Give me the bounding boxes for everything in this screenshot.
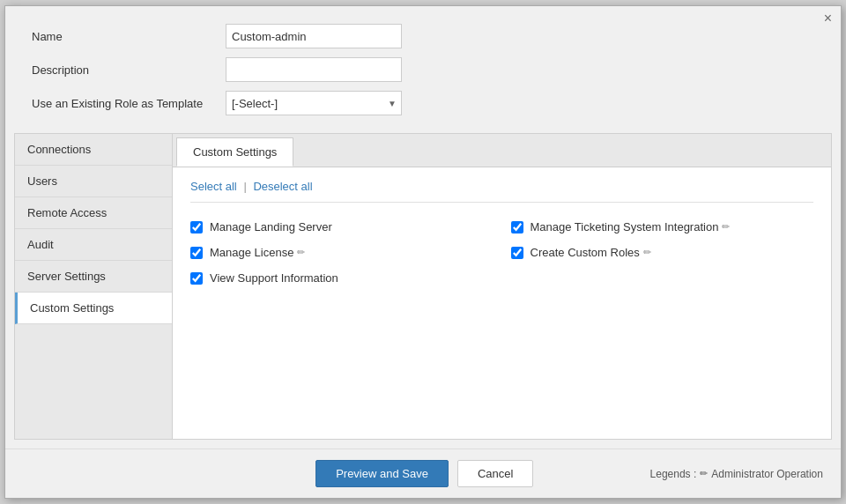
- checkbox-manage-license[interactable]: [190, 247, 203, 259]
- deselect-all-link[interactable]: Deselect all: [253, 180, 312, 193]
- template-select-wrapper: [-Select-] ▼: [226, 91, 402, 115]
- template-label: Use an Existing Role as Template: [32, 97, 226, 110]
- checkbox-create-custom-roles[interactable]: [511, 247, 523, 259]
- permission-label: View Support Information: [210, 271, 338, 285]
- permission-label: Manage Landing Server: [210, 220, 332, 233]
- tab-content: Select all | Deselect all Manage Landing…: [173, 167, 831, 439]
- permission-manage-license: Manage License ✏: [190, 246, 494, 259]
- form-section: Name Description Use an Existing Role as…: [5, 6, 841, 133]
- footer-buttons: Preview and Save Cancel: [315, 460, 533, 487]
- permission-label: Manage Ticketing System Integration: [531, 220, 719, 233]
- tab-bar: Custom Settings: [173, 134, 831, 167]
- tab-custom-settings[interactable]: Custom Settings: [176, 137, 293, 167]
- sidebar-item-server-settings[interactable]: Server Settings: [15, 261, 172, 293]
- sidebar-item-remote-access[interactable]: Remote Access: [15, 197, 172, 229]
- sidebar: Connections Users Remote Access Audit Se…: [14, 133, 173, 440]
- close-icon[interactable]: ×: [824, 11, 832, 26]
- select-all-link[interactable]: Select all: [190, 180, 237, 193]
- legends: Legends : ✏ Administrator Operation: [650, 468, 823, 480]
- template-select[interactable]: [-Select-]: [226, 91, 402, 115]
- permission-create-custom-roles: Create Custom Roles ✏: [511, 246, 814, 259]
- permission-label: Create Custom Roles: [531, 246, 640, 259]
- checkbox-manage-landing-server[interactable]: [190, 221, 203, 233]
- name-row: Name: [32, 24, 814, 48]
- name-input[interactable]: [226, 24, 402, 48]
- description-input[interactable]: [226, 57, 402, 82]
- admin-op-icon: ✏: [722, 221, 730, 233]
- permission-manage-landing-server: Manage Landing Server: [190, 220, 494, 233]
- permission-manage-ticketing: Manage Ticketing System Integration ✏: [511, 220, 814, 233]
- legends-label: Legends :: [650, 468, 697, 480]
- sidebar-item-custom-settings[interactable]: Custom Settings: [15, 293, 172, 324]
- sidebar-item-connections[interactable]: Connections: [15, 134, 172, 166]
- cancel-button[interactable]: Cancel: [457, 460, 533, 487]
- checkbox-manage-ticketing[interactable]: [511, 221, 523, 233]
- content-area: Custom Settings Select all | Deselect al…: [173, 133, 832, 440]
- separator: |: [243, 180, 249, 193]
- footer: Preview and Save Cancel Legends : ✏ Admi…: [5, 448, 841, 498]
- admin-op-legend-icon: ✏: [700, 468, 708, 479]
- permission-label: Manage License: [210, 246, 293, 259]
- description-label: Description: [32, 63, 226, 77]
- description-row: Description: [32, 57, 814, 82]
- permission-view-support-info: View Support Information: [190, 271, 494, 285]
- sidebar-item-audit[interactable]: Audit: [15, 229, 172, 261]
- template-row: Use an Existing Role as Template [-Selec…: [32, 91, 814, 115]
- admin-op-icon: ✏: [643, 247, 651, 258]
- sidebar-item-users[interactable]: Users: [15, 166, 172, 197]
- preview-save-button[interactable]: Preview and Save: [315, 460, 449, 487]
- main-content: Connections Users Remote Access Audit Se…: [5, 133, 841, 448]
- checkbox-view-support-info[interactable]: [190, 272, 203, 285]
- admin-op-icon: ✏: [297, 247, 305, 258]
- permissions-grid: Manage Landing Server Manage Ticketing S…: [190, 211, 813, 293]
- legends-text: Administrator Operation: [711, 468, 823, 480]
- name-label: Name: [32, 30, 226, 43]
- dialog: × Name Description Use an Existing Role …: [4, 5, 842, 499]
- select-all-bar: Select all | Deselect all: [190, 180, 813, 203]
